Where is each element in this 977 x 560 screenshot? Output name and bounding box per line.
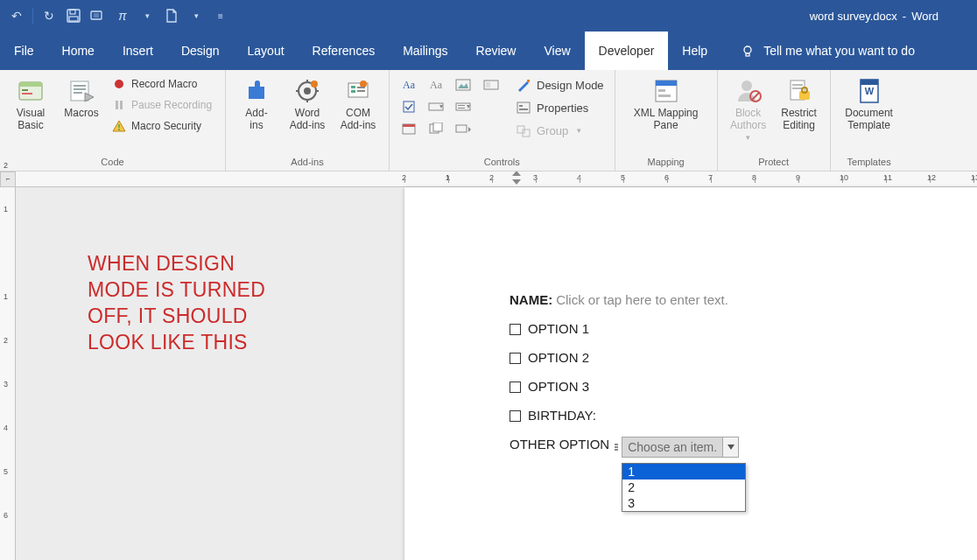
quick-access-toolbar: ↶ ↻ π ▾ ▾ ≡: [5, 4, 232, 27]
xml-mapping-pane-button[interactable]: XML Mapping Pane: [622, 74, 710, 131]
window-title: word survey.docx-Word: [232, 10, 972, 23]
word-addins-button[interactable]: Word Add-ins: [284, 74, 331, 131]
save-button[interactable]: [62, 4, 85, 27]
block-authors-button: Block Authors▾: [725, 74, 772, 144]
ruler-corner[interactable]: ⌐: [0, 172, 16, 187]
date-picker-control-button[interactable]: [397, 119, 421, 138]
tab-view[interactable]: View: [530, 32, 584, 70]
visual-basic-icon: [17, 77, 45, 105]
design-mode-icon: [516, 77, 531, 93]
picture-control-button[interactable]: [451, 75, 475, 94]
com-addins-button[interactable]: COM Add-ins: [334, 74, 382, 131]
record-macro-button[interactable]: Record Macro: [109, 75, 215, 93]
svg-rect-61: [658, 94, 671, 97]
combo-option-1[interactable]: 1: [622, 464, 745, 480]
hanging-indent-marker[interactable]: [512, 179, 521, 185]
repeating-section-control-button[interactable]: [424, 119, 448, 138]
new-doc-button[interactable]: [160, 4, 183, 27]
horizontal-ruler[interactable]: 1 2 12345678910111213: [16, 172, 977, 187]
combo-dropdown-list: 1 2 3: [622, 463, 746, 512]
touch-mode-button[interactable]: [87, 4, 109, 27]
combo-dropdown-arrow[interactable]: [722, 438, 738, 457]
document-area: ⌐ 1 2 12345678910111213 21123456 WHEN DE…: [0, 172, 977, 560]
design-mode-button[interactable]: Design Mode: [512, 75, 608, 94]
building-block-control-button[interactable]: [479, 75, 503, 94]
tab-references[interactable]: References: [299, 32, 390, 70]
svg-rect-30: [351, 86, 355, 88]
visual-basic-button[interactable]: Visual Basic: [7, 74, 54, 131]
macro-security-button[interactable]: Macro Security: [109, 117, 215, 135]
restrict-editing-button[interactable]: Restrict Editing: [776, 74, 823, 131]
redo-button[interactable]: ↻: [38, 4, 60, 27]
option2-checkbox[interactable]: [510, 353, 521, 364]
option2-row: OPTION 2: [510, 350, 977, 365]
legacy-tools-button[interactable]: [451, 119, 475, 138]
addins-button[interactable]: Add- ins: [233, 74, 280, 131]
qat-dropdown-1[interactable]: ▾: [136, 4, 158, 27]
tab-design[interactable]: Design: [167, 32, 234, 70]
svg-rect-54: [519, 105, 523, 107]
checkbox-control-button[interactable]: [397, 97, 421, 116]
tab-developer[interactable]: Developer: [585, 32, 669, 70]
name-text-control[interactable]: Click or tap here to enter text.: [556, 292, 728, 307]
tab-help[interactable]: Help: [668, 32, 721, 70]
tab-mailings[interactable]: Mailings: [389, 32, 461, 70]
option3-checkbox[interactable]: [510, 382, 521, 393]
birthday-checkbox[interactable]: [510, 410, 521, 422]
svg-rect-42: [458, 108, 465, 108]
option3-label: OPTION 3: [528, 379, 589, 394]
group-mapping: XML Mapping Pane Mapping: [615, 70, 718, 171]
svg-rect-14: [74, 92, 82, 94]
group-controls: Aa Aa Design Mode Properties: [390, 70, 615, 171]
group-code: Visual Basic Macros Record Macro Pause R…: [0, 70, 226, 171]
controls-gallery: Aa Aa: [397, 74, 475, 138]
combobox-control-button[interactable]: [424, 97, 448, 116]
document-template-button[interactable]: W Document Template: [838, 74, 901, 131]
svg-rect-6: [746, 53, 749, 56]
document-template-icon: W: [855, 77, 883, 105]
combo-handle-icon[interactable]: [615, 444, 620, 451]
group-label-controls: Controls: [397, 155, 608, 171]
macros-icon: [67, 77, 95, 105]
svg-point-16: [115, 80, 123, 88]
xml-mapping-icon: [652, 77, 680, 105]
svg-rect-60: [658, 89, 665, 92]
svg-rect-9: [22, 89, 28, 91]
vertical-ruler[interactable]: 21123456: [0, 187, 16, 560]
qat-customize-button[interactable]: ≡: [209, 4, 232, 27]
qat-dropdown-2[interactable]: ▾: [185, 4, 207, 27]
tell-me-search[interactable]: Tell me what you want to do: [721, 32, 915, 70]
document-page[interactable]: NAME: Click or tap here to enter text. O…: [404, 187, 977, 560]
properties-button[interactable]: Properties: [512, 98, 608, 117]
svg-rect-13: [74, 88, 86, 90]
combo-option-3[interactable]: 3: [622, 495, 745, 511]
ribbon: Visual Basic Macros Record Macro Pause R…: [0, 70, 977, 172]
tab-layout[interactable]: Layout: [234, 32, 299, 70]
tab-home[interactable]: Home: [48, 32, 109, 70]
option1-checkbox[interactable]: [510, 324, 521, 335]
option3-row: OPTION 3: [510, 379, 977, 394]
svg-rect-47: [433, 122, 442, 131]
macros-button[interactable]: Macros: [58, 74, 105, 119]
svg-marker-73: [727, 444, 735, 450]
tab-file[interactable]: File: [0, 32, 48, 70]
svg-text:W: W: [864, 86, 874, 96]
block-authors-icon: [735, 77, 763, 105]
combo-option-2[interactable]: 2: [622, 480, 745, 495]
addins-icon: [242, 77, 271, 105]
equation-button[interactable]: π: [111, 4, 134, 27]
first-line-indent-marker[interactable]: [512, 172, 521, 176]
svg-marker-49: [468, 127, 471, 132]
tab-review[interactable]: Review: [462, 32, 531, 70]
group-label-code: Code: [7, 155, 218, 171]
plain-text-control-button[interactable]: Aa: [424, 75, 448, 94]
svg-rect-52: [527, 80, 530, 82]
dropdown-control-button[interactable]: [451, 97, 475, 116]
rich-text-control-button[interactable]: Aa: [397, 75, 421, 94]
svg-rect-45: [403, 124, 415, 127]
svg-rect-12: [74, 85, 86, 87]
tab-insert[interactable]: Insert: [109, 32, 167, 70]
other-option-combo[interactable]: Choose an item. 1 2 3: [615, 437, 739, 458]
undo-button[interactable]: ↶: [5, 4, 28, 27]
svg-marker-36: [458, 83, 468, 88]
